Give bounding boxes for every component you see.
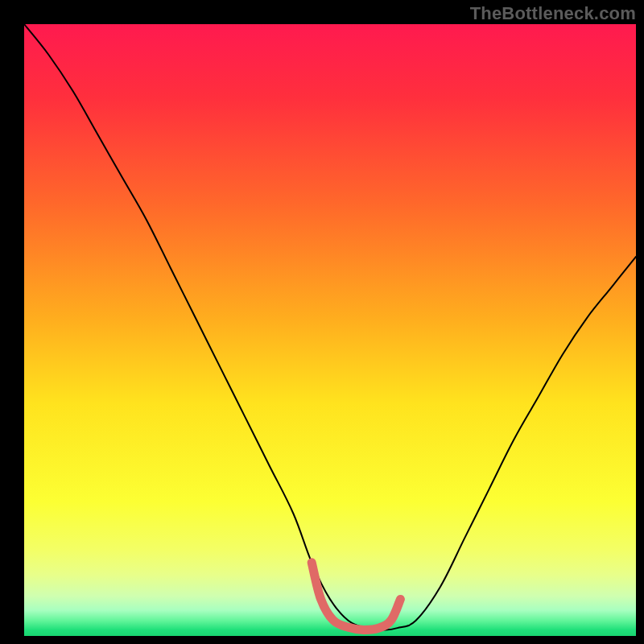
chart-frame: TheBottleneck.com xyxy=(0,0,644,644)
gradient-background xyxy=(24,24,636,636)
watermark-text: TheBottleneck.com xyxy=(470,3,636,24)
bottleneck-chart xyxy=(0,0,644,644)
